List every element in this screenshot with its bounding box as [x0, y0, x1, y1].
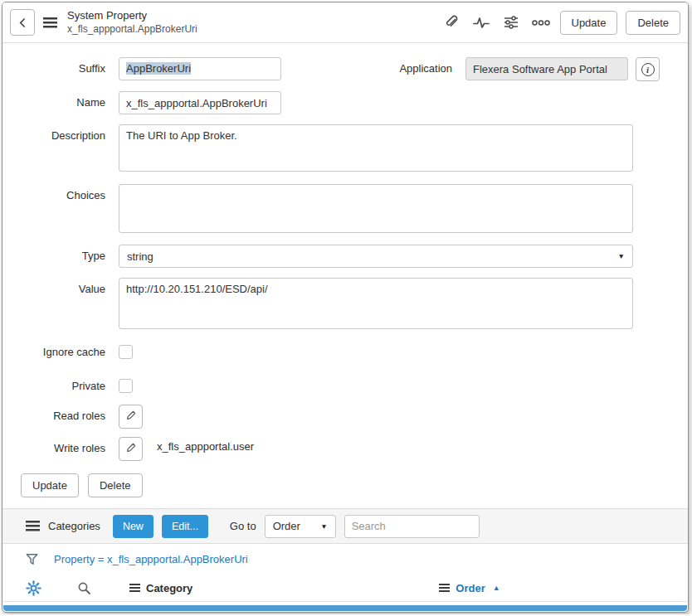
- order-column-header[interactable]: Order ▲: [439, 582, 500, 594]
- write-roles-edit-button[interactable]: [119, 437, 143, 461]
- goto-selected-value: Order: [273, 520, 300, 532]
- category-column-label: Category: [146, 582, 192, 594]
- chevron-down-icon: ▼: [320, 522, 327, 531]
- private-row: Private: [2, 375, 688, 398]
- chevron-left-icon: [17, 17, 29, 29]
- value-label: Value: [2, 278, 119, 301]
- attachment-icon[interactable]: [441, 12, 462, 33]
- application-input: [465, 57, 628, 80]
- type-row: Type string ▼: [2, 245, 688, 268]
- choices-textarea[interactable]: [119, 184, 633, 233]
- read-roles-edit-button[interactable]: [119, 405, 143, 429]
- goto-select[interactable]: Order ▼: [265, 515, 336, 538]
- back-button[interactable]: [10, 9, 35, 36]
- read-roles-row: Read roles: [2, 405, 688, 429]
- read-roles-label: Read roles: [2, 405, 119, 428]
- value-row: Value http://10.20.151.210/ESD/api/: [2, 278, 688, 329]
- write-roles-label: Write roles: [2, 437, 119, 460]
- category-column-header[interactable]: Category: [129, 582, 192, 594]
- pencil-icon: [125, 442, 137, 456]
- list-search-icon[interactable]: [77, 581, 91, 595]
- filter-funnel-icon[interactable]: [25, 552, 41, 567]
- list-column-headers: Category Order ▲: [2, 575, 688, 602]
- info-icon: [641, 63, 655, 76]
- name-input[interactable]: [119, 91, 281, 114]
- form-context-menu-icon[interactable]: [43, 17, 57, 28]
- choices-row: Choices: [2, 184, 688, 233]
- edit-button[interactable]: Edit...: [162, 515, 208, 538]
- new-button[interactable]: New: [113, 515, 154, 538]
- value-textarea[interactable]: http://10.20.151.210/ESD/api/: [119, 278, 633, 329]
- activity-stream-icon[interactable]: [470, 12, 492, 33]
- categories-related-list: Categories New Edit... Go to Order ▼ Pro…: [2, 508, 688, 602]
- type-label: Type: [2, 245, 119, 268]
- ignore-cache-label: Ignore cache: [2, 341, 119, 364]
- type-selected-value: string: [127, 250, 154, 263]
- category-column-menu-icon[interactable]: [129, 584, 140, 593]
- update-button-header[interactable]: Update: [560, 11, 618, 35]
- list-bottom-bar: [3, 605, 687, 611]
- delete-button[interactable]: Delete: [88, 473, 143, 497]
- order-column-menu-icon[interactable]: [439, 584, 450, 593]
- type-select[interactable]: string ▼: [119, 245, 633, 268]
- suffix-input[interactable]: AppBrokerUri: [119, 57, 281, 80]
- private-checkbox[interactable]: [119, 379, 133, 393]
- list-toolbar: Categories New Edit... Go to Order ▼: [2, 508, 688, 544]
- template-sliders-icon[interactable]: [500, 12, 522, 33]
- application-label: Application: [399, 57, 465, 80]
- suffix-selected-text: AppBrokerUri: [126, 62, 191, 75]
- page-subtitle: x_fls_appportal.AppBrokerUri: [67, 23, 197, 36]
- choices-label: Choices: [2, 184, 119, 207]
- form-actions: Update Delete: [2, 473, 688, 497]
- order-column-label: Order: [456, 582, 485, 594]
- list-search-input[interactable]: [344, 515, 480, 538]
- ignore-cache-row: Ignore cache: [2, 341, 688, 364]
- goto-label: Go to: [230, 520, 256, 532]
- form-header: System Property x_fls_appportal.AppBroke…: [2, 2, 688, 43]
- sort-ascending-icon: ▲: [493, 584, 500, 592]
- description-textarea[interactable]: The URI to App Broker.: [119, 124, 633, 172]
- list-gear-icon[interactable]: [26, 580, 41, 596]
- pencil-icon: [125, 410, 137, 424]
- update-button[interactable]: Update: [21, 473, 79, 497]
- write-roles-value: x_fls_appportal.user: [157, 437, 254, 457]
- description-label: Description: [2, 124, 119, 148]
- system-property-window: System Property x_fls_appportal.AppBroke…: [2, 2, 689, 613]
- delete-button-header[interactable]: Delete: [626, 11, 680, 35]
- write-roles-row: Write roles x_fls_appportal.user: [2, 437, 688, 461]
- application-info-button[interactable]: [636, 57, 660, 81]
- chevron-down-icon: ▼: [618, 252, 625, 260]
- ignore-cache-checkbox[interactable]: [119, 345, 133, 359]
- related-list-title: Categories: [48, 520, 100, 532]
- suffix-application-row: Suffix AppBrokerUri Application: [2, 57, 688, 81]
- title-block: System Property x_fls_appportal.AppBroke…: [67, 9, 197, 36]
- system-property-form: Suffix AppBrokerUri Application Name Des…: [2, 43, 688, 497]
- name-row: Name: [2, 91, 688, 114]
- private-label: Private: [2, 375, 119, 398]
- breadcrumb-row: Property = x_fls_appportal.AppBrokerUri: [2, 544, 688, 575]
- page-title: System Property: [67, 9, 197, 23]
- more-options-icon[interactable]: [530, 12, 552, 33]
- description-row: Description The URI to App Broker.: [2, 124, 688, 172]
- suffix-label: Suffix: [2, 57, 119, 80]
- list-context-menu-icon[interactable]: [26, 521, 40, 531]
- breadcrumb[interactable]: Property = x_fls_appportal.AppBrokerUri: [54, 553, 248, 565]
- name-label: Name: [2, 91, 119, 114]
